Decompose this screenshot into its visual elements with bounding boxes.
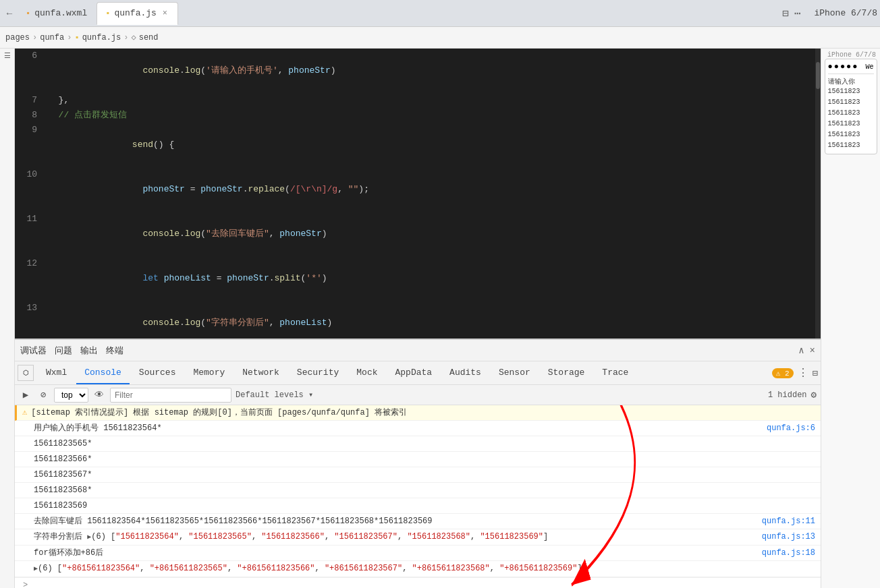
tab-appdata[interactable]: AppData xyxy=(387,361,441,384)
devtools-tab-issues[interactable]: 问题 xyxy=(55,345,72,357)
console-line-for-label: for循环添加+86后 qunfa.js:18 xyxy=(15,546,821,561)
warning-badge: ⚠ 2 xyxy=(772,368,794,378)
tab-sources[interactable]: Sources xyxy=(131,361,184,384)
tab-qunfa-wxml[interactable]: ▪ qunfa.wxml xyxy=(18,2,95,25)
console-line-for-array: ▶(6) ["+8615611823564", "+8615611823565"… xyxy=(15,561,821,577)
phone-num-5: 15611823 xyxy=(828,129,874,140)
expand-for-btn[interactable]: ▶ xyxy=(34,565,38,572)
devtools-tab-debugger[interactable]: 调试器 xyxy=(20,345,47,357)
device-label: iPhone 6/7/8 xyxy=(814,8,877,18)
tab-close-js[interactable]: × xyxy=(161,8,169,19)
code-line-7: 7 }, xyxy=(15,93,821,108)
code-line-11: 11 console.log("去除回车键后", phoneStr) xyxy=(15,212,821,256)
tab-qunfa-js[interactable]: ▪ qunfa.js × xyxy=(97,2,178,25)
context-selector[interactable]: top xyxy=(54,388,88,403)
iphone-screen: ●●●●● We 请输入你 15611823 15611823 15611823… xyxy=(825,59,877,154)
sidebar-toggle[interactable]: ☰ xyxy=(4,49,11,63)
devtools-more-btn[interactable]: ⋮ xyxy=(798,366,808,380)
code-line-8: 8 // 点击群发短信 xyxy=(15,108,821,123)
phone-number-list: 15611823 15611823 15611823 15611823 1561… xyxy=(828,86,874,151)
tab-memory[interactable]: Memory xyxy=(185,361,233,384)
code-scrollbar-thumb[interactable] xyxy=(816,62,820,89)
devtools-panel: 调试器 问题 输出 终端 ∧ × ⬡ Wxml Console Sources xyxy=(15,339,821,588)
code-line-12: 12 let phoneList = phoneStr.split('*') xyxy=(15,256,821,301)
console-output[interactable]: ⚠ [sitemap 索引情况提示] 根据 sitemap 的规则[0]，当前页… xyxy=(15,405,821,588)
phone-input-label: 请输入你 xyxy=(828,77,874,86)
phone-num-4: 15611823 xyxy=(828,119,874,129)
js-tab-icon: ▪ xyxy=(105,9,110,18)
console-line-566: 15611823566* xyxy=(15,452,821,467)
left-sidebar: ☰ xyxy=(0,49,15,588)
more-options-btn[interactable]: ⋯ xyxy=(794,7,801,20)
phone-num-2: 15611823 xyxy=(828,97,874,108)
editor-area: 6 console.log('请输入的手机号', phoneStr) 7 }, … xyxy=(15,49,821,588)
bc-file: qunfa.js xyxy=(82,33,121,42)
run-btn[interactable]: ▶ xyxy=(19,388,32,402)
bc-pages: pages xyxy=(5,33,30,42)
tab-audits[interactable]: Audits xyxy=(441,361,489,384)
wxml-tab-label: qunfa.wxml xyxy=(34,8,87,18)
phone-num-3: 15611823 xyxy=(828,108,874,119)
split-view-btn[interactable]: ⊟ xyxy=(782,7,789,20)
tab-mock[interactable]: Mock xyxy=(348,361,385,384)
console-toolbar: ▶ ⊘ top 👁 Default levels ▾ 1 hidden ⚙ xyxy=(15,385,821,405)
devtools-tabs: ⬡ Wxml Console Sources Memory Network Se… xyxy=(15,361,821,385)
network-indicator: We xyxy=(865,63,873,71)
levels-label: Default levels ▾ xyxy=(236,390,313,400)
right-panel: iPhone 6/7/8 ●●●●● We 请输入你 15611823 1561… xyxy=(821,49,880,588)
tab-bar: ← ▪ qunfa.wxml ▪ qunfa.js × ⊟ ⋯ iPhone 6… xyxy=(0,0,880,27)
console-prompt-icon: > xyxy=(20,579,28,588)
console-warning-sitemap: ⚠ [sitemap 索引情况提示] 根据 sitemap 的规则[0]，当前页… xyxy=(15,405,821,421)
bc-qunfa: qunfa xyxy=(40,33,64,42)
hidden-count: 1 hidden xyxy=(768,390,807,400)
console-line-569: 15611823569 xyxy=(15,498,821,514)
phone-num-1: 15611823 xyxy=(828,86,874,97)
eye-btn[interactable]: 👁 xyxy=(92,388,106,402)
bc-icon: ▪ xyxy=(74,33,79,42)
tab-console[interactable]: Console xyxy=(76,361,130,384)
code-line-10: 10 phoneStr = phoneStr.replace(/[\r\n]/g… xyxy=(15,167,821,212)
tab-wxml[interactable]: Wxml xyxy=(38,361,75,384)
devtools-close-btn[interactable]: × xyxy=(810,345,815,356)
tab-network[interactable]: Network xyxy=(234,361,287,384)
filter-input[interactable] xyxy=(110,388,231,403)
bc-fn: send xyxy=(139,33,159,42)
settings-icon[interactable]: ⚙ xyxy=(811,389,817,401)
breadcrumb: pages › qunfa › ▪ qunfa.js › ◇ send xyxy=(5,32,159,42)
expand-split-btn[interactable]: ▶ xyxy=(87,533,91,541)
devtools-inspect-btn[interactable]: ⬡ xyxy=(18,365,34,381)
default-levels-dropdown[interactable]: Default levels ▾ xyxy=(236,390,313,400)
source-link-13[interactable]: qunfa.js:13 xyxy=(762,531,815,543)
devtools-collapse-btn[interactable]: ∧ xyxy=(798,345,804,356)
console-line-remove-cr: 去除回车键后 15611823564*15611823565*156118235… xyxy=(15,514,821,529)
devtools-sidebar-btn[interactable]: ⊟ xyxy=(813,368,818,379)
console-line-split: 字符串分割后 ▶(6) ["15611823564", "15611823565… xyxy=(15,529,821,546)
wxml-tab-icon: ▪ xyxy=(26,9,30,18)
devtools-header: 调试器 问题 输出 终端 ∧ × xyxy=(15,340,821,361)
source-link-6[interactable]: qunfa.js:6 xyxy=(767,422,815,434)
address-bar: pages › qunfa › ▪ qunfa.js › ◇ send xyxy=(0,27,880,49)
code-line-6: 6 console.log('请输入的手机号', phoneStr) xyxy=(15,49,821,93)
source-link-11[interactable]: qunfa.js:11 xyxy=(762,515,815,527)
console-line-568: 15611823568* xyxy=(15,483,821,498)
tab-security[interactable]: Security xyxy=(289,361,347,384)
console-prompt-line[interactable]: > xyxy=(15,577,821,588)
device-model-label: iPhone 6/7/8 xyxy=(824,51,877,59)
source-link-18[interactable]: qunfa.js:18 xyxy=(762,547,815,559)
tab-storage[interactable]: Storage xyxy=(540,361,593,384)
tab-trace[interactable]: Trace xyxy=(594,361,636,384)
nav-back-btn[interactable]: ← xyxy=(3,7,16,20)
devtools-tab-output[interactable]: 输出 xyxy=(80,345,98,357)
js-tab-label: qunfa.js xyxy=(114,8,156,18)
console-line-565: 15611823565* xyxy=(15,436,821,452)
warning-icon: ⚠ xyxy=(22,407,27,419)
tab-sensor[interactable]: Sensor xyxy=(491,361,539,384)
console-line-567: 15611823567* xyxy=(15,467,821,483)
code-line-9: 9 send() { xyxy=(15,123,821,167)
devtools-tab-terminal[interactable]: 终端 xyxy=(106,345,123,357)
signal-indicator: ●●●●● xyxy=(828,62,859,71)
phone-num-6: 15611823 xyxy=(828,140,874,151)
console-line-phone-input: 用户输入的手机号 15611823564* qunfa.js:6 xyxy=(15,421,821,436)
stop-btn[interactable]: ⊘ xyxy=(36,388,50,402)
